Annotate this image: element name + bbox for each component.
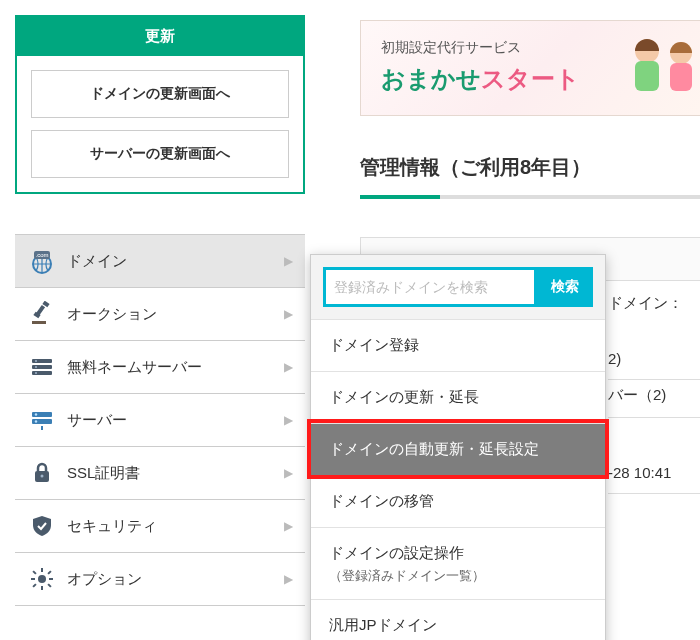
nav-item-label: SSL証明書 bbox=[67, 464, 284, 483]
svg-rect-26 bbox=[47, 583, 51, 587]
nav-item-free-nameserver[interactable]: 無料ネームサーバー ▶ bbox=[15, 341, 305, 394]
chevron-right-icon: ▶ bbox=[284, 572, 293, 586]
chevron-right-icon: ▶ bbox=[284, 413, 293, 427]
peek-row: 2) bbox=[608, 350, 700, 380]
side-nav: .com ドメイン ▶ オークション ▶ 無料ネームサーバー ▶ サーバー ▶ bbox=[15, 234, 305, 606]
chevron-right-icon: ▶ bbox=[284, 519, 293, 533]
svg-point-12 bbox=[35, 372, 37, 374]
svg-rect-3 bbox=[32, 321, 46, 324]
svg-rect-22 bbox=[41, 586, 43, 590]
chevron-right-icon: ▶ bbox=[284, 254, 293, 268]
nav-item-server[interactable]: サーバー ▶ bbox=[15, 394, 305, 447]
svg-point-15 bbox=[35, 413, 37, 415]
chevron-right-icon: ▶ bbox=[284, 360, 293, 374]
submenu-item-settings-sub[interactable]: （登録済みドメイン一覧） bbox=[311, 565, 605, 599]
nav-item-domain[interactable]: .com ドメイン ▶ bbox=[15, 235, 305, 288]
domain-submenu-flyout: 検索 ドメイン登録 ドメインの更新・延長 ドメインの自動更新・延長設定 ドメイン… bbox=[310, 254, 606, 640]
submenu-item-renew[interactable]: ドメインの更新・延長 bbox=[311, 371, 605, 423]
peek-row: バー（2) bbox=[608, 386, 700, 418]
people-illustration-icon bbox=[619, 31, 700, 107]
peek-domain-label: ドメイン： bbox=[608, 294, 683, 313]
submenu-item-jp-domain[interactable]: 汎用JPドメイン bbox=[311, 599, 605, 640]
submenu-item-register[interactable]: ドメイン登録 bbox=[311, 319, 605, 371]
domain-search-button[interactable]: 検索 bbox=[537, 267, 593, 307]
svg-rect-30 bbox=[635, 61, 659, 91]
lock-icon bbox=[27, 461, 57, 485]
nav-item-auction[interactable]: オークション ▶ bbox=[15, 288, 305, 341]
svg-rect-21 bbox=[41, 568, 43, 572]
nav-item-ssl[interactable]: SSL証明書 ▶ bbox=[15, 447, 305, 500]
svg-point-16 bbox=[35, 420, 37, 422]
nav-item-label: サーバー bbox=[67, 411, 284, 430]
shield-icon bbox=[27, 514, 57, 538]
nav-item-label: 無料ネームサーバー bbox=[67, 358, 284, 377]
submenu-item-transfer[interactable]: ドメインの移管 bbox=[311, 475, 605, 527]
goto-server-renewal-button[interactable]: サーバーの更新画面へ bbox=[31, 130, 289, 178]
svg-rect-32 bbox=[670, 63, 692, 91]
gavel-icon bbox=[27, 302, 57, 326]
svg-rect-17 bbox=[41, 426, 43, 430]
gear-icon bbox=[27, 567, 57, 591]
peek-row: -28 10:41 bbox=[608, 464, 700, 494]
management-info-heading: 管理情報（ご利用8年目） bbox=[360, 154, 700, 199]
renewal-panel-title: 更新 bbox=[17, 17, 303, 56]
svg-point-20 bbox=[38, 575, 46, 583]
nav-item-label: オークション bbox=[67, 305, 284, 324]
promo-banner[interactable]: 初期設定代行サービス おまかせスタート bbox=[360, 20, 700, 116]
nav-item-option[interactable]: オプション ▶ bbox=[15, 553, 305, 606]
nav-item-label: ドメイン bbox=[67, 252, 284, 271]
globe-com-icon: .com bbox=[27, 249, 57, 273]
svg-rect-25 bbox=[32, 570, 36, 574]
svg-point-19 bbox=[41, 475, 44, 478]
svg-text:.com: .com bbox=[35, 252, 48, 258]
domain-search-input[interactable] bbox=[334, 279, 526, 295]
server-stack-icon bbox=[27, 355, 57, 379]
submenu-item-auto-renew[interactable]: ドメインの自動更新・延長設定 bbox=[311, 423, 605, 475]
server-icon bbox=[27, 408, 57, 432]
svg-rect-24 bbox=[49, 578, 53, 580]
svg-rect-23 bbox=[31, 578, 35, 580]
domain-search-bar: 検索 bbox=[311, 255, 605, 319]
svg-rect-28 bbox=[32, 583, 36, 587]
svg-rect-27 bbox=[47, 570, 51, 574]
nav-item-label: オプション bbox=[67, 570, 284, 589]
nav-item-label: セキュリティ bbox=[67, 517, 284, 536]
svg-point-10 bbox=[35, 360, 37, 362]
goto-domain-renewal-button[interactable]: ドメインの更新画面へ bbox=[31, 70, 289, 118]
chevron-right-icon: ▶ bbox=[284, 466, 293, 480]
chevron-right-icon: ▶ bbox=[284, 307, 293, 321]
svg-point-11 bbox=[35, 366, 37, 368]
renewal-panel: 更新 ドメインの更新画面へ サーバーの更新画面へ bbox=[15, 15, 305, 194]
submenu-item-settings[interactable]: ドメインの設定操作 bbox=[311, 527, 605, 565]
nav-item-security[interactable]: セキュリティ ▶ bbox=[15, 500, 305, 553]
